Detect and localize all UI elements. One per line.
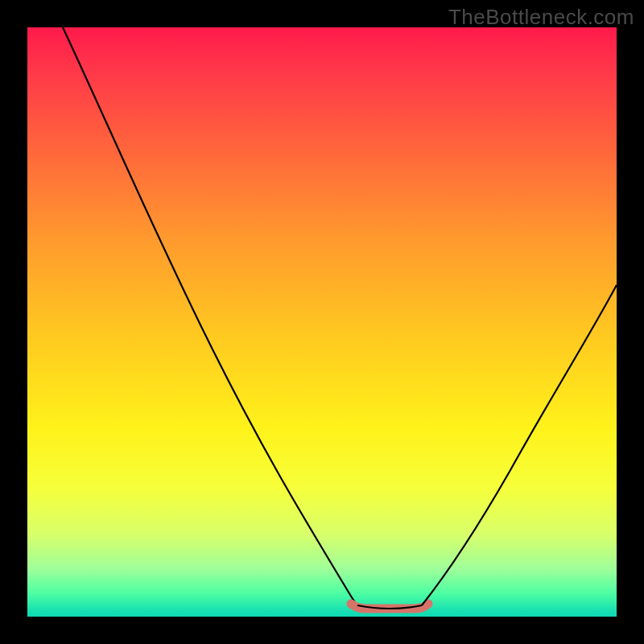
watermark-text: TheBottleneck.com — [448, 5, 634, 30]
chart-stage: TheBottleneck.com — [0, 0, 644, 644]
curve-left-branch — [63, 27, 357, 605]
curve-right-branch — [422, 285, 617, 605]
curve-layer — [27, 27, 617, 617]
plot-area — [27, 27, 617, 617]
